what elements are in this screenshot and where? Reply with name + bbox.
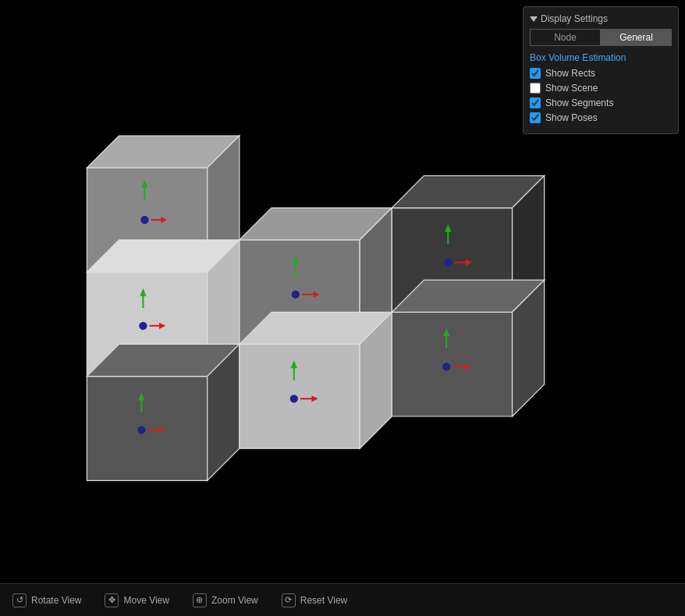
show-scene-label: Show Scene — [545, 83, 598, 94]
show-scene-row: Show Scene — [530, 83, 672, 94]
svg-marker-16 — [87, 377, 207, 481]
tab-row: Node General — [530, 29, 672, 46]
reset-view-item[interactable]: ⟳ Reset View — [282, 593, 347, 607]
svg-point-45 — [444, 258, 452, 266]
reset-view-label: Reset View — [300, 595, 347, 606]
show-rects-checkbox[interactable] — [530, 68, 541, 79]
svg-point-21 — [137, 426, 145, 434]
svg-marker-32 — [240, 344, 360, 448]
display-settings-title: Display Settings — [541, 13, 608, 24]
collapse-icon — [530, 16, 538, 22]
zoom-view-icon: ⊕ — [193, 593, 207, 607]
svg-point-29 — [292, 291, 300, 299]
section-link-box-volume[interactable]: Box Volume Estimation — [530, 52, 672, 63]
move-view-icon: ✥ — [105, 593, 119, 607]
zoom-view-item[interactable]: ⊕ Zoom View — [193, 593, 258, 607]
display-settings-header: Display Settings — [530, 13, 672, 24]
show-segments-label: Show Segments — [545, 97, 613, 108]
scene-svg — [47, 101, 609, 507]
display-settings-panel: Display Settings Node General Box Volume… — [523, 6, 679, 134]
show-rects-row: Show Rects — [530, 68, 672, 79]
move-view-label: Move View — [123, 595, 169, 606]
reset-view-icon: ⟳ — [282, 593, 296, 607]
zoom-view-label: Zoom View — [211, 595, 258, 606]
show-poses-label: Show Poses — [545, 112, 598, 123]
svg-marker-48 — [392, 312, 512, 416]
tab-general[interactable]: General — [601, 29, 672, 46]
svg-point-13 — [139, 322, 147, 330]
rotate-view-label: Rotate View — [31, 595, 81, 606]
show-poses-checkbox[interactable] — [530, 112, 541, 123]
rotate-view-item[interactable]: ↺ Rotate View — [12, 593, 81, 607]
show-scene-checkbox[interactable] — [530, 83, 541, 94]
show-poses-row: Show Poses — [530, 112, 672, 123]
svg-point-37 — [290, 395, 298, 402]
move-view-item[interactable]: ✥ Move View — [105, 593, 169, 607]
svg-point-53 — [442, 363, 450, 370]
show-rects-label: Show Rects — [545, 68, 595, 79]
show-segments-row: Show Segments — [530, 97, 672, 108]
bottom-toolbar: ↺ Rotate View ✥ Move View ⊕ Zoom View ⟳ … — [0, 583, 685, 616]
tab-node[interactable]: Node — [530, 29, 601, 46]
svg-point-5 — [140, 216, 148, 224]
show-segments-checkbox[interactable] — [530, 97, 541, 108]
rotate-view-icon: ↺ — [12, 593, 27, 607]
